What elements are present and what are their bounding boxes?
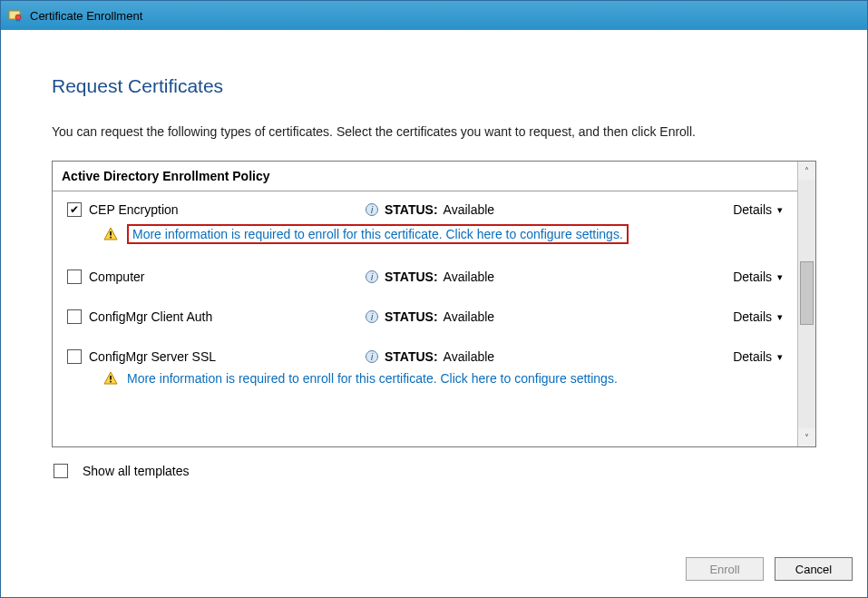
info-icon: i	[365, 202, 379, 217]
scroll-down-button[interactable]: ˅	[798, 428, 815, 446]
show-all-templates-row[interactable]: Show all templates	[52, 447, 816, 478]
details-label: Details	[733, 349, 772, 364]
page-description: You can request the following types of c…	[52, 123, 816, 141]
certificate-row-main: ConfigMgr Client AuthiSTATUS:AvailableDe…	[67, 309, 783, 324]
status-label: STATUS:	[385, 309, 438, 324]
window-title: Certificate Enrollment	[30, 9, 142, 23]
show-all-templates-label: Show all templates	[83, 464, 190, 478]
configure-settings-link[interactable]: More information is required to enroll f…	[127, 224, 629, 244]
status-value: Available	[444, 349, 495, 364]
certificate-checkbox[interactable]	[67, 309, 82, 324]
certificate-name: ConfigMgr Client Auth	[89, 309, 365, 324]
status-block: iSTATUS:Available	[365, 349, 733, 364]
certificate-row-main: CEP EncryptioniSTATUS:AvailableDetails▾	[67, 202, 783, 217]
chevron-down-icon: ▾	[777, 204, 783, 216]
status-label: STATUS:	[385, 349, 438, 364]
vertical-scrollbar[interactable]: ˄ ˅	[797, 162, 815, 446]
scroll-up-button[interactable]: ˄	[798, 162, 815, 180]
certificate-checkbox[interactable]	[67, 349, 82, 364]
status-block: iSTATUS:Available	[365, 309, 733, 324]
warning-icon	[103, 371, 118, 386]
certificate-row: ConfigMgr Server SSLiSTATUS:AvailableDet…	[53, 331, 797, 393]
chevron-down-icon: ▾	[777, 311, 783, 323]
status-label: STATUS:	[385, 270, 438, 284]
certificate-row: CEP EncryptioniSTATUS:AvailableDetails▾M…	[53, 191, 797, 251]
certificate-name: CEP Encryption	[89, 202, 365, 217]
content-area: Request Certificates You can request the…	[1, 30, 867, 541]
svg-rect-12	[110, 376, 112, 380]
cancel-button[interactable]: Cancel	[775, 557, 853, 581]
certificate-row: ComputeriSTATUS:AvailableDetails▾	[53, 251, 797, 291]
certificate-checkbox[interactable]	[67, 202, 82, 217]
svg-rect-5	[110, 237, 112, 239]
status-value: Available	[444, 270, 495, 284]
page-heading: Request Certificates	[52, 75, 816, 97]
show-all-templates-checkbox[interactable]	[54, 464, 68, 478]
details-toggle[interactable]: Details▾	[733, 270, 783, 284]
certificate-icon	[8, 8, 23, 23]
enrollment-policy-header: Active Directory Enrollment Policy	[53, 162, 797, 191]
details-toggle[interactable]: Details▾	[733, 349, 783, 364]
chevron-down-icon: ▾	[777, 271, 783, 283]
details-toggle[interactable]: Details▾	[733, 309, 783, 324]
warning-line: More information is required to enroll f…	[67, 224, 783, 244]
certificate-row-main: ComputeriSTATUS:AvailableDetails▾	[67, 270, 783, 284]
details-label: Details	[733, 270, 772, 284]
svg-rect-13	[110, 381, 112, 383]
titlebar: Certificate Enrollment	[1, 1, 867, 30]
details-label: Details	[733, 202, 772, 217]
status-block: iSTATUS:Available	[365, 270, 733, 284]
status-value: Available	[444, 202, 495, 217]
status-block: iSTATUS:Available	[365, 202, 733, 217]
certificate-enrollment-window: Certificate Enrollment Request Certifica…	[0, 0, 868, 598]
enroll-button[interactable]: Enroll	[686, 557, 764, 581]
certificate-row: ConfigMgr Client AuthiSTATUS:AvailableDe…	[53, 291, 797, 331]
dialog-footer: Enroll Cancel	[1, 541, 867, 597]
certificate-list-container: Active Directory Enrollment Policy CEP E…	[52, 161, 816, 447]
status-label: STATUS:	[385, 202, 438, 217]
certificate-list: Active Directory Enrollment Policy CEP E…	[53, 162, 797, 446]
configure-settings-link[interactable]: More information is required to enroll f…	[127, 371, 618, 386]
status-value: Available	[444, 309, 495, 324]
scroll-track[interactable]	[798, 180, 815, 428]
svg-rect-4	[110, 231, 112, 236]
info-icon: i	[365, 349, 379, 364]
certificate-checkbox[interactable]	[67, 270, 82, 284]
warning-line: More information is required to enroll f…	[67, 371, 783, 386]
info-icon: i	[365, 309, 379, 324]
details-label: Details	[733, 309, 772, 324]
details-toggle[interactable]: Details▾	[733, 202, 783, 217]
scroll-thumb[interactable]	[800, 261, 814, 325]
certificate-name: Computer	[89, 270, 365, 284]
certificate-row-main: ConfigMgr Server SSLiSTATUS:AvailableDet…	[67, 349, 783, 364]
certificate-name: ConfigMgr Server SSL	[89, 349, 365, 364]
chevron-down-icon: ▾	[777, 351, 783, 363]
info-icon: i	[365, 270, 379, 284]
warning-icon	[103, 227, 118, 241]
